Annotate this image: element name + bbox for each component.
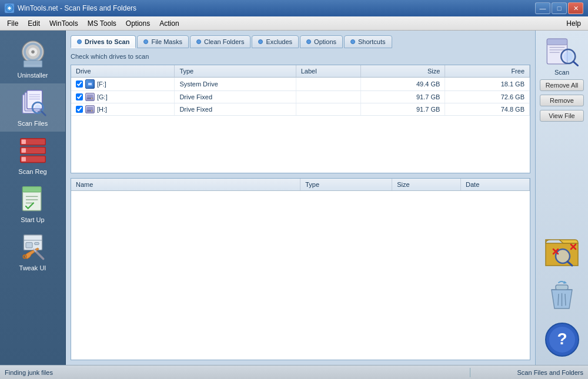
scan-button-area[interactable]: Scan <box>544 35 580 76</box>
svg-point-15 <box>34 105 41 111</box>
sidebar-item-scan-files[interactable]: Scan Files <box>0 83 65 132</box>
sidebar-item-start-up[interactable]: Start Up <box>0 180 65 228</box>
tab-file-masks[interactable]: File Masks <box>137 35 189 48</box>
drives-panel: Check which drives to scan Drive Type La… <box>71 52 530 360</box>
svg-rect-24 <box>22 187 41 192</box>
remove-all-button[interactable]: Remove All <box>540 79 584 91</box>
col-size: Size <box>360 65 445 78</box>
menu-options[interactable]: Options <box>121 18 155 29</box>
svg-line-50 <box>573 62 577 66</box>
drive-label-2: [H:] <box>97 106 107 113</box>
tab-dot-excludes <box>258 39 263 44</box>
scan-label: Scan <box>554 69 569 76</box>
sidebar-label-scan-reg: Scan Reg <box>18 168 46 175</box>
drive-checkbox-1[interactable] <box>76 93 83 100</box>
svg-point-3 <box>31 51 35 54</box>
results-col-size: Size <box>392 179 461 191</box>
drive-free-2: 74.8 GB <box>445 103 530 116</box>
svg-point-49 <box>563 52 572 61</box>
menu-wintools[interactable]: WinTools <box>45 18 83 29</box>
drive-checkbox-0[interactable] <box>76 81 83 88</box>
col-drive: Drive <box>71 65 175 78</box>
tab-dot-drives <box>77 39 82 44</box>
drive-hdd-icon <box>85 93 95 101</box>
sidebar-item-scan-reg[interactable]: Scan Reg <box>0 132 65 180</box>
scan-reg-icon <box>18 136 48 166</box>
drive-size-1: 91.7 GB <box>360 91 445 103</box>
tab-dot-options <box>306 39 311 44</box>
main-container: Uninstaller Scan Files <box>0 31 588 365</box>
drive-label-0: [F:] <box>97 81 106 88</box>
status-left: Finding junk files <box>0 369 470 376</box>
svg-text:?: ? <box>557 330 567 348</box>
col-type: Type <box>175 65 296 78</box>
status-right: Scan Files and Folders <box>470 369 588 376</box>
status-bar: Finding junk files Scan Files and Folder… <box>0 365 588 379</box>
remove-button[interactable]: Remove <box>540 95 584 106</box>
tab-options[interactable]: Options <box>300 35 343 48</box>
svg-rect-58 <box>556 285 568 290</box>
menu-help[interactable]: Help <box>562 18 586 29</box>
drive-label-1: [G:] <box>97 93 108 100</box>
tab-clean-folders[interactable]: Clean Folders <box>190 35 250 48</box>
tab-excludes[interactable]: Excludes <box>252 35 299 48</box>
drive-type-2: Drive Fixed <box>175 103 296 116</box>
sidebar-label-start-up: Start Up <box>21 216 44 223</box>
drive-checkbox-2[interactable] <box>76 106 83 113</box>
maximize-button[interactable]: □ <box>552 2 567 14</box>
menu-file[interactable]: File <box>2 18 23 29</box>
recycle-bin-area <box>542 274 583 316</box>
col-free: Free <box>445 65 530 78</box>
tab-shortcuts[interactable]: Shortcuts <box>344 35 392 48</box>
scan-icon <box>544 35 580 68</box>
drive-hdd-icon <box>85 105 95 113</box>
results-col-type: Type <box>300 179 392 191</box>
app-icon <box>5 4 14 13</box>
drive-size-2: 91.7 GB <box>360 103 445 116</box>
minimize-button[interactable]: — <box>535 2 550 14</box>
drive-volume-label-2 <box>296 103 360 116</box>
svg-point-39 <box>91 98 92 99</box>
window-title: WinTools.net - Scan Files and Folders <box>18 4 534 12</box>
remove-icon-area <box>542 230 583 271</box>
sidebar-label-scan-files: Scan Files <box>18 120 48 127</box>
recycle-bin-icon <box>546 279 578 311</box>
close-button[interactable]: ✕ <box>568 2 583 14</box>
drive-type-0: System Drive <box>175 78 296 91</box>
svg-line-16 <box>41 112 45 115</box>
menu-action[interactable]: Action <box>155 18 183 29</box>
tab-drives[interactable]: Drives to Scan <box>71 35 136 48</box>
scan-files-icon <box>18 88 48 118</box>
table-row[interactable]: [G:]Drive Fixed91.7 GB72.6 GB <box>71 91 530 103</box>
results-col-date: Date <box>461 179 530 191</box>
uninstaller-icon <box>18 40 48 69</box>
help-button-area[interactable]: ? <box>542 319 583 360</box>
table-row[interactable]: [H:]Drive Fixed91.7 GB74.8 GB <box>71 103 530 116</box>
svg-rect-20 <box>21 140 25 144</box>
svg-line-61 <box>565 294 566 306</box>
drive-volume-label-1 <box>296 91 360 103</box>
sidebar-item-tweak-ui[interactable]: Tweak UI <box>0 228 65 276</box>
drive-free-1: 72.6 GB <box>445 91 530 103</box>
svg-rect-36 <box>88 83 92 85</box>
svg-rect-22 <box>21 157 25 161</box>
menu-edit[interactable]: Edit <box>23 18 45 29</box>
drive-cell-2: [H:] <box>71 103 175 116</box>
drives-table-container: Drive Type Label Size Free [F:]System Dr… <box>71 65 530 173</box>
tabs-container: Drives to Scan File Masks Clean Folders … <box>71 35 530 48</box>
table-row[interactable]: [F:]System Drive49.4 GB18.1 GB <box>71 78 530 91</box>
drive-size-0: 49.4 GB <box>360 78 445 91</box>
svg-rect-31 <box>34 243 38 245</box>
section-label: Check which drives to scan <box>71 52 530 61</box>
svg-line-59 <box>558 294 559 306</box>
menu-mstools[interactable]: MS Tools <box>83 18 121 29</box>
results-col-name: Name <box>71 179 300 191</box>
svg-point-42 <box>91 110 92 112</box>
remove-delete-icon <box>543 232 581 270</box>
right-panel: Scan Remove All Remove View File <box>535 31 588 365</box>
sidebar-item-uninstaller[interactable]: Uninstaller <box>0 35 65 83</box>
help-icon: ? <box>544 322 580 357</box>
sidebar-label-tweak-ui: Tweak UI <box>19 264 46 271</box>
view-file-button[interactable]: View File <box>540 110 584 122</box>
tab-dot-shortcuts <box>350 39 355 44</box>
